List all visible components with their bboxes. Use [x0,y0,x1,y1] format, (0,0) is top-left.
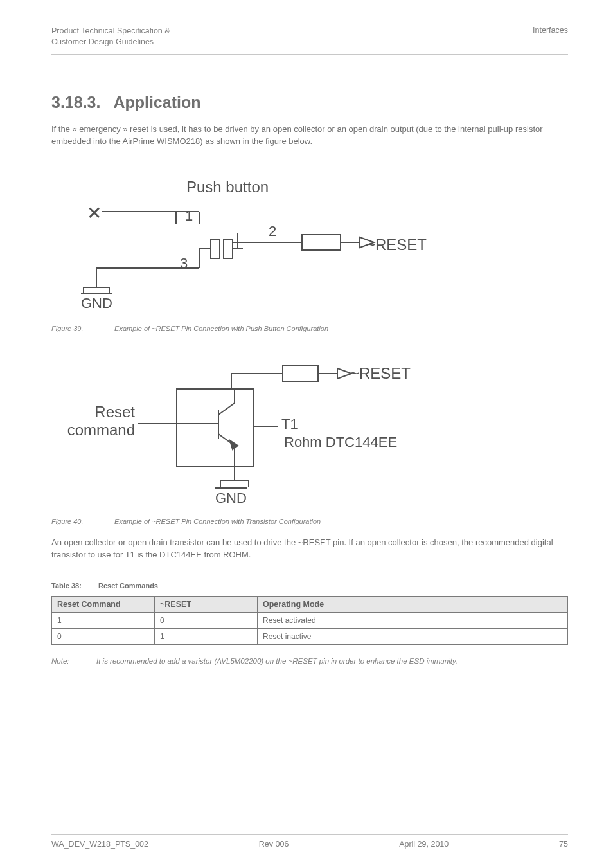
note-text: It is recommended to add a varistor (AVL… [96,657,568,665]
footer-date: April 29, 2010 [399,840,449,849]
table-header-row: Reset Command ~RESET Operating Mode [52,597,568,613]
reset-commands-table: Reset Command ~RESET Operating Mode 1 0 … [51,596,568,645]
note: Note: It is recommended to add a varisto… [51,653,568,669]
push-button-schematic-icon [51,178,463,313]
table-row: 0 1 Reset inactive [52,629,568,645]
th-reset: ~RESET [155,597,258,613]
paragraph-2: An open collector or open drain transist… [51,537,568,561]
header-line2: Customer Design Guidelines [51,37,170,48]
section-title: 3.18.3. Application [51,93,568,112]
cell: Reset activated [258,613,568,629]
header-line1: Product Technical Specification & [51,26,170,37]
figure-40-caption: Figure 40. Example of ~RESET Pin Connect… [51,518,568,525]
svg-line-28 [218,403,235,415]
cell: Reset inactive [258,629,568,645]
svg-rect-19 [177,389,254,466]
figure-transistor: ~RESET Reset command T1 Rohm DTC144EE GN… [51,365,463,506]
cell: 1 [52,613,155,629]
figure-40-text: Example of ~RESET Pin Connection with Tr… [114,518,321,525]
header-right: Interfaces [533,26,568,48]
figure-39-number: Figure 39. [51,325,112,332]
svg-rect-4 [224,239,233,258]
svg-rect-8 [302,235,341,250]
page-header: Product Technical Specification & Custom… [51,26,568,55]
transistor-schematic-icon [51,365,463,506]
table-38-text: Reset Commands [98,582,158,590]
intro-paragraph: If the « emergency » reset is used, it h… [51,123,568,148]
svg-rect-3 [211,239,220,258]
figure-push-button: Push button ✕ 1 2 3 ~RESET GND [51,178,463,313]
th-reset-command: Reset Command [52,597,155,613]
table-row: 1 0 Reset activated [52,613,568,629]
cell: 1 [155,629,258,645]
section-number: 3.18.3. [51,93,100,111]
footer-doc-id: WA_DEV_W218_PTS_002 [51,840,148,849]
footer-rev: Rev 006 [259,840,289,849]
table-38-title: Table 38: Reset Commands [51,582,568,590]
page: Product Technical Specification & Custom… [0,0,613,868]
figure-39-text: Example of ~RESET Pin Connection with Pu… [114,325,328,332]
note-label: Note: [51,657,96,665]
table-38-number: Table 38: [51,582,96,590]
header-left: Product Technical Specification & Custom… [51,26,170,48]
svg-marker-24 [337,368,351,379]
cell: 0 [155,613,258,629]
cell: 0 [52,629,155,645]
svg-marker-10 [360,237,374,248]
page-footer: WA_DEV_W218_PTS_002 Rev 006 April 29, 20… [51,834,568,849]
figure-39-caption: Figure 39. Example of ~RESET Pin Connect… [51,325,568,332]
figure-40-number: Figure 40. [51,518,112,525]
footer-page-number: 75 [559,840,568,849]
th-operating-mode: Operating Mode [258,597,568,613]
svg-rect-22 [283,366,318,381]
section-name: Application [113,93,200,111]
